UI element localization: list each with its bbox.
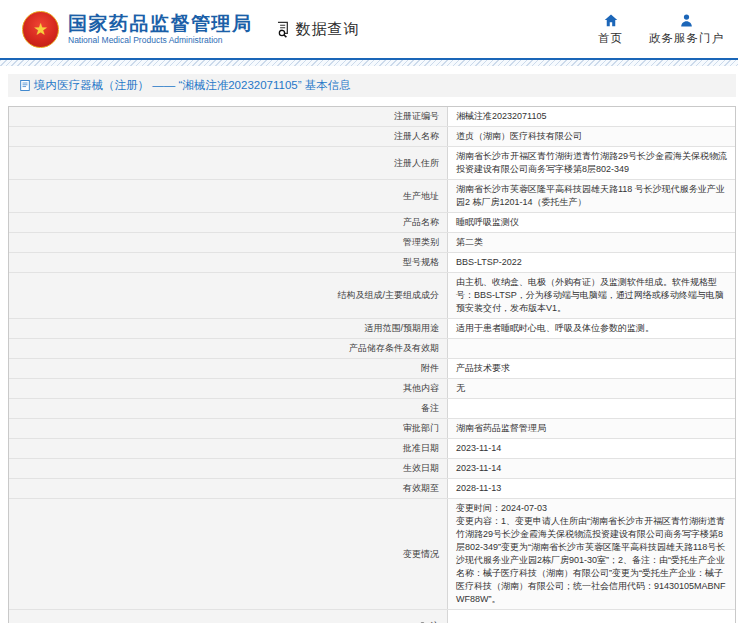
nav-portal-label: 政务服务门户 [649,31,724,46]
nav-portal[interactable]: 政务服务门户 [649,13,724,46]
table-row-management-class: 管理类别 第二类 [9,233,735,253]
section-title-bar: 境内医疗器械（注册） —— “湘械注准20232071105” 基本信息 [8,74,736,97]
table-row-note: 注 详情 [9,610,735,623]
document-icon [20,79,30,92]
row-value: 2028-11-13 [448,479,735,498]
row-label: 其他内容 [9,379,448,398]
table-row-other-content: 其他内容 无 [9,379,735,399]
row-value: 由主机、收纳盒、电极（外购有证）及监测软件组成。软件规格型号：BBS-LTSP，… [448,273,735,318]
row-value: 第二类 [448,233,735,252]
table-row-registrant-name: 注册人名称 道贞（湖南）医疗科技有限公司 [9,127,735,147]
table-row-approval-department: 审批部门 湖南省药品监督管理局 [9,419,735,439]
home-icon [603,13,619,31]
table-row-intended-use: 适用范围/预期用途 适用于患者睡眠时心电、呼吸及体位参数的监测。 [9,319,735,339]
page-header: ★ 国家药品监督管理局 National Medical Products Ad… [0,0,738,58]
nav-home-label: 首页 [598,31,623,46]
agency-name-en: National Medical Products Administration [68,35,253,46]
row-label: 结构及组成/主要组成成分 [9,273,448,318]
row-label: 产品储存条件及有效期 [9,339,448,358]
main-content: 境内医疗器械（注册） —— “湘械注准20232071105” 基本信息 注册证… [8,74,736,623]
header-hatch-band [0,60,738,66]
row-value: 适用于患者睡眠时心电、呼吸及体位参数的监测。 [448,319,735,338]
row-label: 注册人名称 [9,127,448,146]
row-value: 湘械注准20232071105 [448,107,735,126]
table-row-product-name: 产品名称 睡眠呼吸监测仪 [9,213,735,233]
row-label: 适用范围/预期用途 [9,319,448,338]
row-value: 湖南省长沙市开福区青竹湖街道青竹湖路29号长沙金霞海关保税物流投资建设有限公司商… [448,147,735,179]
data-query-link[interactable]: 数据查询 [275,20,360,39]
table-row-attachments: 附件 产品技术要求 [9,359,735,379]
agency-name: 国家药品监督管理局 [68,13,253,35]
row-label: 变更情况 [9,499,448,609]
table-row-registrant-address: 注册人住所 湖南省长沙市开福区青竹湖街道青竹湖路29号长沙金霞海关保税物流投资建… [9,147,735,180]
row-label: 管理类别 [9,233,448,252]
table-row-expiry-date: 有效期至 2028-11-13 [9,479,735,499]
nav-home[interactable]: 首页 [598,13,623,46]
table-row-cert-number: 注册证编号 湘械注准20232071105 [9,107,735,127]
row-value: 详情 [448,610,735,623]
table-row-approval-date: 批准日期 2023-11-14 [9,439,735,459]
table-row-model-spec: 型号规格 BBS-LTSP-2022 [9,253,735,273]
top-nav: 首页 政务服务门户 [598,13,724,46]
table-row-production-address: 生产地址 湖南省长沙市芙蓉区隆平高科技园雄天路118 号长沙现代服务业产业园2 … [9,180,735,213]
row-value: 湖南省药品监督管理局 [448,419,735,438]
row-label: 生产地址 [9,180,448,212]
row-label: 审批部门 [9,419,448,438]
row-label: 附件 [9,359,448,378]
table-row-storage-conditions: 产品储存条件及有效期 [9,339,735,359]
row-value: BBS-LTSP-2022 [448,253,735,272]
row-value [448,339,735,358]
row-label: 产品名称 [9,213,448,232]
agency-logo: ★ 国家药品监督管理局 National Medical Products Ad… [22,11,253,48]
row-label: 批准日期 [9,439,448,458]
row-value: 睡眠呼吸监测仪 [448,213,735,232]
row-label: 有效期至 [9,479,448,498]
row-label: 备注 [9,399,448,418]
table-row-remarks: 备注 [9,399,735,419]
table-row-effective-date: 生效日期 2023-11-14 [9,459,735,479]
row-value: 2023-11-14 [448,439,735,458]
table-row-change-record: 变更情况 变更时间：2024-07-03 变更内容：1、变更申请人住所由“湖南省… [9,499,735,610]
data-query-label: 数据查询 [296,20,360,39]
row-value [448,399,735,418]
row-value: 2023-11-14 [448,459,735,478]
person-icon [679,13,694,31]
row-value: 变更时间：2024-07-03 变更内容：1、变更申请人住所由“湖南省长沙市开福… [448,499,735,609]
row-label: 型号规格 [9,253,448,272]
row-label: 注册证编号 [9,107,448,126]
row-value: 产品技术要求 [448,359,735,378]
note-label: 注 [430,620,439,623]
row-label: 生效日期 [9,459,448,478]
row-label: 注册人住所 [9,147,448,179]
table-row-structure-composition: 结构及组成/主要组成成分 由主机、收纳盒、电极（外购有证）及监测软件组成。软件规… [9,273,735,319]
national-emblem-icon: ★ [22,11,59,48]
row-value: 湖南省长沙市芙蓉区隆平高科技园雄天路118 号长沙现代服务业产业园2 栋厂房12… [448,180,735,212]
row-value: 无 [448,379,735,398]
row-value: 道贞（湖南）医疗科技有限公司 [448,127,735,146]
data-query-icon [275,21,292,38]
section-title: 境内医疗器械（注册） —— “湘械注准20232071105” 基本信息 [34,78,351,93]
agency-titles: 国家药品监督管理局 National Medical Products Admi… [68,13,253,46]
registration-info-table: 注册证编号 湘械注准20232071105 注册人名称 道贞（湖南）医疗科技有限… [8,106,736,623]
row-label: 注 [9,610,448,623]
